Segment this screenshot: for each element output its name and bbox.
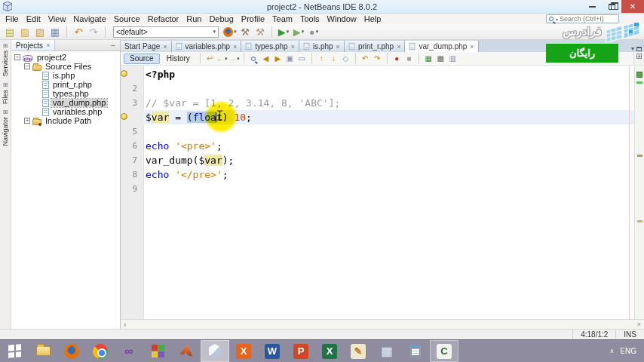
stop-macro-icon[interactable]: ■	[403, 53, 415, 64]
taskbar-visual-studio[interactable]: ∞	[115, 340, 143, 362]
taskbar-snagit[interactable]: ✎	[344, 340, 373, 362]
close-button[interactable]: ✕	[621, 0, 644, 13]
taskbar-xampp[interactable]: X	[229, 340, 258, 362]
minimize-button[interactable]	[582, 0, 602, 13]
run-project-icon[interactable]: ▶▾	[277, 26, 290, 38]
build-project-icon[interactable]: ⚒	[238, 26, 252, 38]
browser-firefox-icon[interactable]: ▾	[223, 26, 237, 38]
view-history-button[interactable]: History	[161, 54, 196, 64]
record-macro-icon[interactable]: ●	[391, 53, 403, 64]
tab-close-icon[interactable]: ×	[233, 43, 237, 51]
restore-button[interactable]	[602, 0, 621, 13]
tab-close-icon[interactable]: ×	[336, 43, 340, 51]
tab-var-dump-php[interactable]: var_dump.php×	[405, 41, 478, 52]
debug-project-icon[interactable]: ▶▾	[292, 26, 305, 38]
last-edited-icon[interactable]: ↩	[204, 53, 216, 64]
code-editor[interactable]: <?php23// $var = [1, 2, 3.14, 8, 'ABC'];…	[121, 66, 634, 319]
tab-print-r-php[interactable]: print_r.php×	[345, 41, 406, 52]
back-icon[interactable]: ←▾	[216, 53, 228, 64]
tree-item-is-php[interactable]: is.php	[11, 71, 120, 80]
tree-item-var-dump-php[interactable]: var_dump.php	[11, 98, 120, 107]
previous-bookmark-icon[interactable]: ↑	[316, 53, 327, 64]
profile-project-icon[interactable]: ●▾	[307, 26, 320, 38]
config-combobox[interactable]: <default>▾	[113, 26, 219, 38]
quick-search[interactable]: ▾	[546, 14, 619, 23]
projects-tab[interactable]: Projects ×	[11, 40, 55, 51]
view-source-button[interactable]: Source	[124, 54, 160, 64]
tab-variables-php[interactable]: variables.php×	[172, 41, 242, 52]
projects-close-icon[interactable]: ×	[46, 41, 50, 49]
toggle-highlight-icon[interactable]: ▣	[284, 53, 296, 64]
menu-edit[interactable]: Edit	[23, 14, 44, 24]
uncomment-icon[interactable]: ▩	[435, 53, 446, 64]
tree-item-types-php[interactable]: types.php	[11, 89, 120, 98]
taskbar-firefox[interactable]	[57, 340, 86, 362]
collapse-icon[interactable]: −	[14, 54, 20, 60]
line-gutter[interactable]: 2	[121, 81, 143, 96]
tree-item-variables-php[interactable]: variables.php	[11, 107, 120, 116]
menu-view[interactable]: View	[44, 14, 70, 24]
search-input[interactable]	[560, 15, 616, 23]
menu-refactor[interactable]: Refactor	[144, 14, 183, 24]
collapse-icon[interactable]: −	[24, 63, 30, 69]
menu-run[interactable]: Run	[182, 14, 205, 24]
next-bookmark-icon[interactable]: ↓	[328, 53, 339, 64]
taskbar-matlab[interactable]	[172, 340, 201, 362]
tray-expand-icon[interactable]: ∧	[609, 348, 614, 354]
expand-icon[interactable]: +	[24, 118, 30, 124]
save-all-icon[interactable]: ▦	[48, 26, 62, 38]
tab-close-icon[interactable]: ×	[470, 43, 474, 51]
toggle-bookmark-icon[interactable]: ◇	[340, 53, 351, 64]
new-project-icon[interactable]: ▨	[18, 26, 32, 38]
taskbar-excel[interactable]: X	[315, 340, 344, 362]
sidebar-tab-navigator[interactable]: ⊞Navigator	[2, 108, 9, 148]
forward-icon[interactable]: →▾	[228, 53, 240, 64]
projects-minimize-icon[interactable]: −	[106, 41, 120, 50]
tree-item-project2[interactable]: −phpproject2	[11, 53, 120, 62]
taskbar-chrome[interactable]	[86, 340, 115, 362]
shift-left-icon[interactable]: ↶	[360, 53, 371, 64]
comment-icon[interactable]: ▦	[423, 53, 434, 64]
line-gutter[interactable]	[121, 110, 143, 124]
taskbar-camtasia[interactable]: C	[430, 340, 458, 362]
breadcrumb-chevron-icon[interactable]: ›	[124, 321, 126, 329]
maximize-editor-icon[interactable]	[636, 47, 642, 51]
tree-item-print-r-php[interactable]: print_r.php	[11, 80, 120, 89]
hint-bulb-icon[interactable]	[121, 70, 127, 77]
redo-icon[interactable]: ↷	[87, 26, 100, 38]
hint-bulb-icon[interactable]	[121, 113, 127, 120]
menu-team[interactable]: Team	[268, 14, 296, 24]
line-gutter[interactable]: 7	[121, 153, 143, 167]
line-gutter[interactable]: 9	[121, 182, 143, 196]
taskbar-start[interactable]	[0, 340, 29, 362]
menu-source[interactable]: Source	[110, 14, 144, 24]
tree-item-source-files[interactable]: −Source Files	[11, 62, 120, 71]
line-gutter[interactable]: 3	[121, 96, 143, 110]
find-next-icon[interactable]: ▶	[272, 53, 284, 64]
tab-list-icon[interactable]: ▾	[631, 45, 634, 52]
code-template-icon[interactable]: ▥	[447, 53, 458, 64]
taskbar-file-explorer[interactable]	[29, 340, 57, 362]
menu-file[interactable]: File	[2, 14, 23, 24]
clean-build-project-icon[interactable]: ⚒	[253, 26, 267, 38]
tree-item-include-path[interactable]: +Include Path	[11, 116, 120, 125]
line-gutter[interactable]: 6	[121, 139, 143, 153]
rectangular-selection-icon[interactable]: ▭	[296, 53, 308, 64]
menu-debug[interactable]: Debug	[205, 14, 237, 24]
tab-close-icon[interactable]: ×	[291, 43, 295, 51]
error-stripe[interactable]	[634, 66, 644, 319]
menu-tools[interactable]: Tools	[296, 14, 324, 24]
taskbar-notepad[interactable]	[401, 340, 430, 362]
tab-close-icon[interactable]: ×	[397, 43, 400, 51]
menu-navigate[interactable]: Navigate	[69, 14, 109, 24]
shift-right-icon[interactable]: ↷	[372, 53, 383, 64]
taskbar-netbeans[interactable]	[201, 340, 229, 362]
line-gutter[interactable]: 5	[121, 124, 143, 139]
undo-icon[interactable]: ↶	[72, 26, 85, 38]
open-project-icon[interactable]: ▧	[33, 26, 47, 38]
taskbar-powerpoint[interactable]: P	[287, 340, 315, 362]
find-selection-icon[interactable]	[248, 53, 259, 64]
tab-is-php[interactable]: is.php×	[299, 41, 345, 52]
taskbar-calculator[interactable]: ▦	[373, 340, 401, 362]
find-previous-icon[interactable]: ◀	[260, 53, 271, 64]
